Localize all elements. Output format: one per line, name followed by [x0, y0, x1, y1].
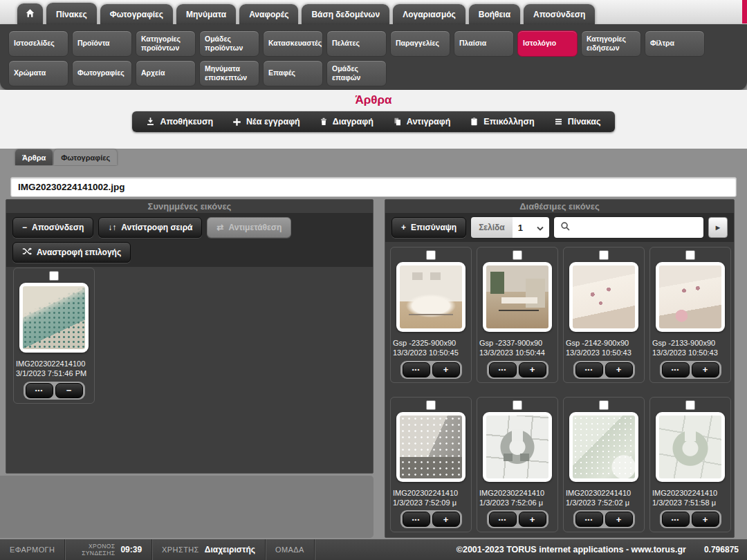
module-manufacturers[interactable]: Κατασκευαστές — [263, 30, 323, 57]
image-thumbnail[interactable] — [656, 412, 725, 482]
image-checkbox[interactable] — [513, 400, 522, 410]
image-checkbox[interactable] — [599, 250, 609, 260]
module-filters[interactable]: Φίλτρα — [645, 30, 705, 57]
module-customers[interactable]: Πελάτες — [326, 30, 387, 57]
delete-button[interactable]: Διαγραφή — [311, 113, 382, 130]
module-product-groups[interactable]: Ομάδες προϊόντων — [199, 30, 259, 57]
attached-panel-title: Συνημμένες εικόνες — [6, 200, 373, 213]
image-checkbox[interactable] — [685, 250, 695, 260]
card-remove-button[interactable]: − — [55, 383, 83, 398]
tab-help[interactable]: Βοήθεια — [469, 4, 520, 24]
available-image-card: Gsp -2133-900x90 13/3/2023 10:50:43 ••• … — [649, 247, 731, 383]
card-more-button[interactable]: ••• — [662, 362, 690, 377]
copy-button[interactable]: Αντιγραφή — [385, 113, 459, 130]
image-caption: IMG202302241410 1/3/2023 7:51:58 μ — [652, 488, 728, 508]
tab-messages[interactable]: Μηνύματα — [176, 4, 236, 24]
attach-button[interactable]: + Επισύναψη — [391, 217, 466, 238]
tab-tables[interactable]: Πίνακες — [46, 3, 97, 24]
filename-input[interactable] — [10, 177, 737, 197]
card-more-button[interactable]: ••• — [403, 362, 430, 377]
new-record-label: Νέα εγγραφή — [246, 117, 300, 127]
module-products[interactable]: Προϊόντα — [72, 30, 132, 57]
card-more-button[interactable]: ••• — [403, 512, 430, 527]
save-icon — [146, 117, 155, 127]
module-contacts[interactable]: Επαφές — [263, 60, 323, 86]
tab-database[interactable]: Βάση δεδομένων — [302, 4, 389, 24]
detach-button[interactable]: − Αποσύνδεση — [12, 217, 93, 238]
card-more-button[interactable]: ••• — [489, 512, 517, 527]
module-blog[interactable]: Ιστολόγιο — [517, 30, 578, 57]
tab-logout[interactable]: Αποσύνδεση — [524, 4, 595, 24]
new-record-button[interactable]: Νέα εγγραφή — [224, 113, 308, 130]
available-image-card: Gsp -2325-900x90 13/3/2023 10:50:45 ••• … — [390, 247, 472, 383]
card-buttons: ••• + — [487, 510, 548, 528]
module-photos[interactable]: Φωτογραφίες — [72, 60, 132, 86]
page-select[interactable]: 1 — [513, 217, 549, 238]
search-input[interactable] — [575, 223, 697, 233]
tab-articles[interactable]: Άρθρα — [15, 149, 53, 165]
save-button[interactable]: Αποθήκευση — [138, 113, 221, 130]
available-images-grid: Gsp -2325-900x90 13/3/2023 10:50:45 ••• … — [390, 247, 730, 532]
paste-button[interactable]: Επικόλληση — [461, 113, 542, 130]
user-label: ΧΡΗΣΤΗΣ — [162, 545, 199, 554]
card-add-button[interactable]: + — [519, 362, 546, 377]
image-thumbnail[interactable] — [396, 262, 465, 332]
module-product-categories[interactable]: Κατηγορίες προϊόντων — [136, 30, 196, 57]
image-checkbox[interactable] — [599, 400, 609, 410]
image-thumbnail[interactable] — [656, 262, 725, 332]
thumbnail-photo — [400, 416, 462, 478]
module-contact-groups[interactable]: Ομάδες επαφών — [326, 60, 387, 86]
image-thumbnail[interactable] — [19, 283, 89, 353]
card-more-button[interactable]: ••• — [575, 362, 603, 377]
thumbnail-photo — [659, 416, 721, 478]
thumbnail-photo — [573, 416, 635, 478]
tab-reports[interactable]: Αναφορές — [239, 4, 298, 24]
tab-account[interactable]: Λογαριασμός — [393, 4, 465, 24]
table-button[interactable]: Πίνακας — [546, 113, 609, 130]
card-add-button[interactable]: + — [519, 512, 546, 527]
module-websites[interactable]: Ιστοσελίδες — [8, 30, 68, 57]
image-name: IMG202302241410 — [479, 488, 555, 498]
module-news-categories[interactable]: Κατηγορίες ειδήσεων — [581, 30, 641, 57]
module-frames[interactable]: Πλαίσια — [454, 30, 514, 57]
image-thumbnail[interactable] — [569, 412, 638, 482]
image-date: 13/3/2023 10:50:44 — [479, 348, 555, 357]
card-add-button[interactable]: + — [432, 362, 460, 377]
available-image-card: Gsp -2337-900x90 13/3/2023 10:50:44 ••• … — [477, 247, 558, 383]
card-add-button[interactable]: + — [605, 362, 633, 377]
tab-photographs[interactable]: Φωτογραφίες — [54, 149, 117, 165]
next-page-button[interactable]: ► — [708, 217, 728, 238]
image-name: IMG2023022414100 — [16, 359, 92, 368]
card-add-button[interactable]: + — [692, 362, 719, 377]
card-more-button[interactable]: ••• — [489, 362, 517, 377]
home-tab[interactable] — [17, 3, 43, 24]
image-thumbnail[interactable] — [483, 412, 552, 482]
card-more-button[interactable]: ••• — [26, 383, 53, 398]
shuffle-icon — [22, 248, 32, 257]
image-thumbnail[interactable] — [396, 412, 465, 482]
card-add-button[interactable]: + — [692, 512, 719, 527]
image-checkbox[interactable] — [685, 400, 695, 410]
reverse-order-button[interactable]: ↓↑ Αντίστροφη σειρά — [98, 217, 202, 238]
image-name: Gsp -2133-900x90 — [652, 338, 728, 348]
invert-selection-button[interactable]: Αναστροφή επιλογής — [12, 242, 131, 263]
tab-photos-nav[interactable]: Φωτογραφίες — [100, 4, 173, 24]
image-checkbox[interactable] — [426, 400, 436, 410]
card-add-button[interactable]: + — [432, 512, 460, 527]
image-thumbnail[interactable] — [483, 262, 552, 332]
module-visitor-messages[interactable]: Μηνύματα επισκεπτών — [199, 60, 259, 86]
module-orders[interactable]: Παραγγελίες — [390, 30, 450, 57]
available-panel-toolbar: + Επισύναψη Σελίδα 1 ► — [385, 213, 734, 242]
image-checkbox[interactable] — [49, 271, 59, 281]
available-image-card: Gsp -2142-900x90 13/3/2023 10:50:43 ••• … — [563, 247, 645, 383]
transpose-button[interactable]: ⇄ Αντιμετάθεση — [207, 217, 291, 238]
image-checkbox[interactable] — [426, 250, 436, 260]
module-files[interactable]: Αρχεία — [136, 60, 196, 86]
card-more-button[interactable]: ••• — [575, 512, 603, 527]
image-caption: Gsp -2142-900x90 13/3/2023 10:50:43 — [566, 338, 642, 358]
module-colors[interactable]: Χρώματα — [8, 60, 68, 86]
image-checkbox[interactable] — [513, 250, 522, 260]
card-more-button[interactable]: ••• — [662, 512, 690, 527]
image-thumbnail[interactable] — [569, 262, 638, 332]
card-add-button[interactable]: + — [605, 512, 633, 527]
